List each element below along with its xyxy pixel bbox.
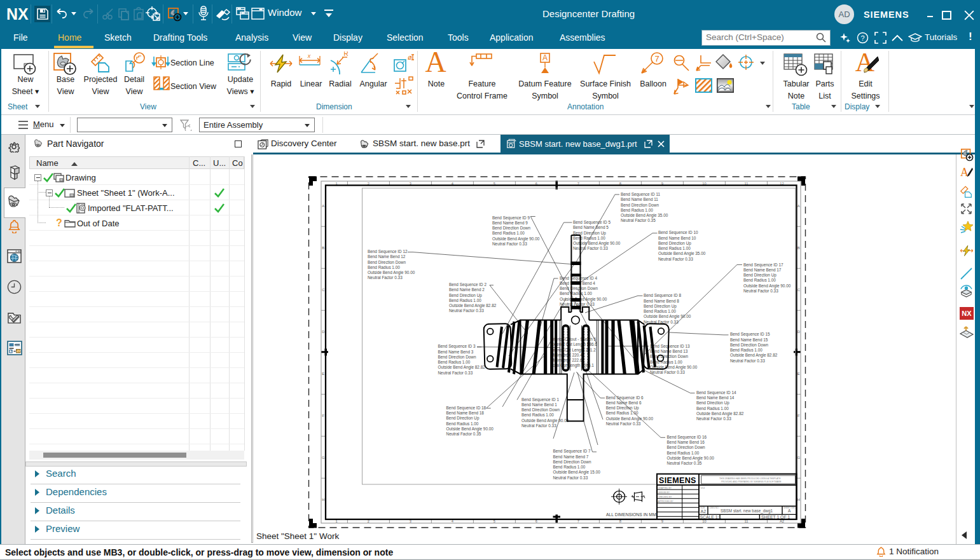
svg-text:D: D (797, 330, 800, 334)
svg-text:Bend Sequence ID 18: Bend Sequence ID 18 (446, 406, 487, 411)
svg-text:Bend Radius 1.00: Bend Radius 1.00 (606, 411, 638, 415)
svg-text:Bend Name Bend 17: Bend Name Bend 17 (743, 268, 782, 272)
svg-text:Bend Sequence ID 16: Bend Sequence ID 16 (667, 435, 707, 440)
svg-text:Bend Direction Down: Bend Direction Down (521, 407, 560, 412)
svg-text:Bend Radius 1.00: Bend Radius 1.00 (521, 413, 554, 417)
svg-text:Outside Bend Angle 90.00: Outside Bend Angle 90.00 (521, 418, 569, 423)
svg-text:7: 7 (577, 519, 579, 523)
svg-text:A: A (322, 204, 324, 208)
svg-text:Neutral Factor 0.33: Neutral Factor 0.33 (606, 421, 641, 426)
svg-text:Neutral Factor 0.33: Neutral Factor 0.33 (492, 242, 527, 246)
svg-text:Bend Name Bend 9: Bend Name Bend 9 (492, 221, 528, 225)
svg-text:Neutral Factor 0.35: Neutral Factor 0.35 (621, 218, 656, 222)
svg-text:Bend Name Bend 16: Bend Name Bend 16 (667, 440, 705, 444)
svg-text:4: 4 (452, 519, 454, 523)
svg-text:Bend Sequence ID 14: Bend Sequence ID 14 (696, 390, 736, 395)
svg-text:Bend Name Bend 5: Bend Name Bend 5 (573, 225, 609, 229)
svg-text:A: A (542, 53, 548, 62)
svg-text:CHECKED BY: CHECKED BY (658, 496, 673, 498)
svg-text:Bend Name Bend 8: Bend Name Bend 8 (644, 299, 679, 303)
svg-text:E: E (322, 372, 324, 376)
svg-text:Bend Direction Up: Bend Direction Up (696, 400, 729, 406)
svg-text:Outside Bend Angle 82.82: Outside Bend Angle 82.82 (438, 365, 486, 370)
svg-text:Bend Radius 1.00: Bend Radius 1.00 (730, 348, 763, 352)
svg-text:3: 3 (410, 519, 411, 523)
svg-text:Bend Radius 1.00: Bend Radius 1.00 (446, 421, 479, 426)
svg-text:A2: A2 (701, 509, 707, 514)
svg-text:Bend Direction Down: Bend Direction Down (730, 343, 768, 347)
svg-text:Bend Radius 1.00: Bend Radius 1.00 (743, 278, 776, 282)
svg-text:Bend Sequence ID 5: Bend Sequence ID 5 (573, 220, 611, 225)
svg-text:Outside Bend Angle 35.00: Outside Bend Angle 35.00 (621, 213, 668, 218)
svg-text:Neutral Factor 0.33: Neutral Factor 0.33 (449, 308, 484, 313)
svg-text:Bend Name Bend 15: Bend Name Bend 15 (730, 338, 768, 342)
svg-text:Bend Sequence ID 3: Bend Sequence ID 3 (438, 344, 476, 349)
svg-text:Bend Direction Up: Bend Direction Up (644, 304, 677, 309)
svg-text:8: 8 (619, 519, 621, 523)
svg-text:?: ? (860, 34, 864, 42)
svg-text:Bend Name Bend 13: Bend Name Bend 13 (650, 349, 688, 353)
svg-text:Outside Bend Angle 90.00: Outside Bend Angle 90.00 (492, 236, 540, 242)
svg-text:Neutral Factor 0.33: Neutral Factor 0.33 (650, 370, 685, 374)
svg-text:Bend Name Bend 1: Bend Name Bend 1 (521, 402, 557, 407)
svg-text:Neutral Factor 0.33: Neutral Factor 0.33 (658, 257, 693, 261)
svg-text:Bend Direction Down: Bend Direction Down (492, 226, 530, 230)
svg-text:Bend Direction Up: Bend Direction Up (449, 293, 482, 298)
svg-text:Bend Name Bend 10: Bend Name Bend 10 (658, 236, 696, 240)
svg-text:Bend Name Bend 3: Bend Name Bend 3 (438, 350, 474, 354)
svg-text:THIS DRAWING HAS BEEN PRODUCED: THIS DRAWING HAS BEEN PRODUCED USING A T… (719, 477, 781, 480)
svg-text:Bend Radius 1.00: Bend Radius 1.00 (644, 309, 676, 313)
svg-text:Outside Bend Angle 82.82: Outside Bend Angle 82.82 (449, 303, 497, 308)
svg-text:Neutral Factor 0.33: Neutral Factor 0.33 (730, 359, 765, 363)
svg-text:Neutral Factor 0.33: Neutral Factor 0.33 (573, 246, 608, 250)
svg-text:ø: ø (408, 53, 412, 61)
svg-text:Bend Sequence ID 12: Bend Sequence ID 12 (368, 249, 408, 254)
svg-text:Outside Bend Angle 15.00: Outside Bend Angle 15.00 (553, 470, 601, 475)
svg-text:APPROVED BY: APPROVED BY (658, 500, 674, 503)
svg-text:Bend Sequence ID 9: Bend Sequence ID 9 (492, 215, 530, 221)
svg-text:Outside Bend Angle 90.00: Outside Bend Angle 90.00 (368, 270, 415, 275)
svg-text:Bend Radius 1.00: Bend Radius 1.00 (560, 291, 592, 296)
svg-text:A2: A2 (780, 519, 784, 523)
svg-text:Bend Radius 1.00: Bend Radius 1.00 (449, 298, 481, 303)
svg-text:E: E (797, 372, 800, 376)
svg-text:Bend Direction Down: Bend Direction Down (560, 286, 598, 290)
svg-text:Outside Bend Angle 90.00: Outside Bend Angle 90.00 (446, 427, 494, 432)
svg-text:F: F (322, 414, 325, 418)
svg-text:Neutral Factor 0.35: Neutral Factor 0.35 (667, 461, 702, 465)
svg-text:Outside Bend Angle 90.00: Outside Bend Angle 90.00 (644, 314, 691, 319)
svg-text:SBSM start. new base_dwg1: SBSM start. new base_dwg1 (721, 509, 773, 514)
svg-text:DESIGN BY: DESIGN BY (658, 491, 670, 494)
svg-text:H: H (322, 498, 324, 502)
svg-text:x: x (307, 54, 311, 59)
svg-text:Neutral Factor 0.35: Neutral Factor 0.35 (446, 432, 481, 436)
svg-text:C: C (797, 288, 800, 292)
svg-text:Bend Radius 1.00: Bend Radius 1.00 (492, 231, 525, 235)
svg-text:A: A (788, 509, 791, 513)
svg-text:Bend Name Bend 7: Bend Name Bend 7 (553, 454, 589, 459)
svg-text:Bend Name Bend 12: Bend Name Bend 12 (368, 254, 406, 259)
svg-text:Outside Bend Angle 35.00: Outside Bend Angle 35.00 (658, 251, 706, 256)
svg-text:Outside Bend Angle 82.82: Outside Bend Angle 82.82 (730, 353, 778, 358)
svg-text:Bend Direction Down: Bend Direction Down (438, 355, 476, 359)
svg-text:H: H (797, 498, 800, 502)
svg-text:5/14: 5/14 (701, 487, 705, 489)
svg-text:ALL DIMENSIONS IN MM: ALL DIMENSIONS IN MM (606, 512, 656, 517)
svg-text:Bend Radius 1.00: Bend Radius 1.00 (658, 246, 691, 250)
svg-text:SHEET 1 OF 1: SHEET 1 OF 1 (761, 515, 790, 519)
svg-text:B: B (797, 246, 800, 250)
svg-text:Outside Bend Angle 82.82: Outside Bend Angle 82.82 (696, 411, 744, 416)
svg-text:7: 7 (654, 54, 659, 64)
svg-text:Bend Name Bend 11: Bend Name Bend 11 (621, 197, 658, 201)
svg-text:Neutral Factor 0.33: Neutral Factor 0.33 (521, 423, 556, 428)
svg-text:10: 10 (702, 519, 706, 523)
svg-text:Bend Radius 1.00: Bend Radius 1.00 (667, 451, 700, 455)
svg-text:Bend Direction Up: Bend Direction Up (658, 241, 691, 246)
svg-text:Bend Name Bend 18: Bend Name Bend 18 (446, 411, 485, 415)
svg-text:Neutral Factor 0.33: Neutral Factor 0.33 (696, 416, 731, 421)
svg-text:Bend Radius 1.00: Bend Radius 1.00 (438, 360, 471, 364)
svg-text:Neutral Factor 0.33: Neutral Factor 0.33 (368, 275, 403, 280)
svg-text:Bend Direction Down: Bend Direction Down (667, 445, 705, 449)
svg-text:5: 5 (493, 519, 495, 523)
svg-text:A: A (797, 204, 800, 208)
